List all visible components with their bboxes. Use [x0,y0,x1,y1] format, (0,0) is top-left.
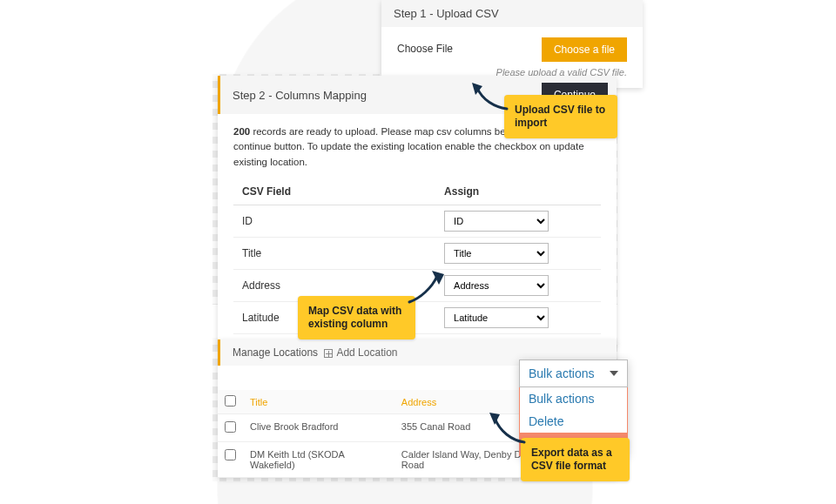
bulk-actions-toggle[interactable]: Bulk actions [519,360,628,387]
map-row: ID ID [233,205,601,237]
callout-export: Export data as a CSV file format [521,438,630,481]
map-row: Title Title [233,237,601,269]
map-row: Address Address [233,269,601,301]
assign-select-address[interactable]: Address [444,275,549,296]
assign-select-latitude[interactable]: Latitude [444,307,549,328]
add-location-link[interactable]: Add Location [336,346,397,359]
chevron-down-icon [610,371,618,376]
manage-title: Manage Locations [233,346,318,359]
choose-file-button[interactable]: Choose a file [542,37,627,62]
step1-title: Step 1 - Upload CSV [381,0,643,27]
row-checkbox[interactable] [225,449,236,460]
plus-icon [324,349,333,358]
bulk-option-delete[interactable]: Delete [520,410,627,433]
step2-title: Step 2 - Columns Mapping [233,89,367,102]
assign-select-title[interactable]: Title [444,243,549,264]
records-count: 200 [233,126,250,137]
callout-map: Map CSV data with existing column [298,296,415,339]
head-csv-field: CSV Field [233,178,435,205]
assign-select-id[interactable]: ID [444,211,549,232]
callout-upload: Upload CSV file to import [504,95,617,138]
row-checkbox[interactable] [225,421,236,433]
step1-panel: Step 1 - Upload CSV Choose File Choose a… [381,0,643,88]
choose-file-label: Choose File [397,37,453,55]
select-all-checkbox[interactable] [225,395,236,407]
bulk-option-header[interactable]: Bulk actions [520,387,627,410]
head-assign: Assign [435,178,601,205]
col-title[interactable]: Title [243,390,394,414]
map-row: Latitude Latitude [233,301,601,333]
